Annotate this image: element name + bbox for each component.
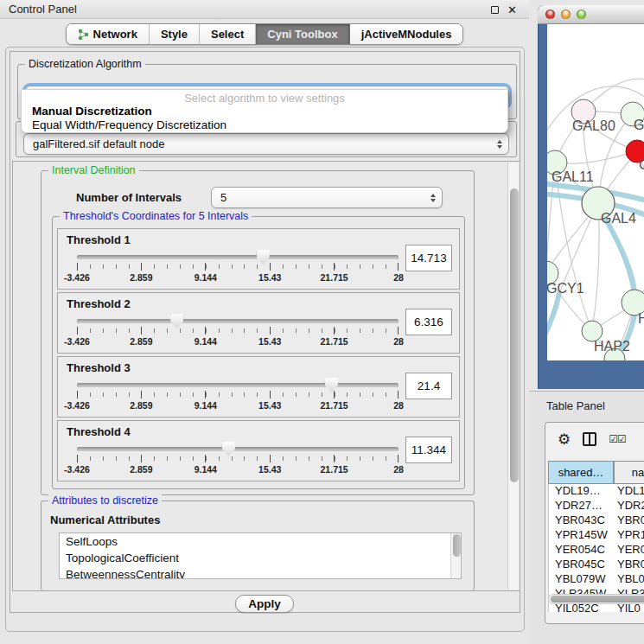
dropdown-item-equal-width-frequency[interactable]: Equal Width/Frequency Discretization [22, 118, 507, 132]
table-row[interactable]: YBL079WYBL0 [549, 572, 644, 587]
table-data-combobox[interactable]: galFiltered.sif default node [23, 133, 509, 155]
tab-label: Style [161, 28, 188, 41]
screen: Control Panel ✕ Network Style Sel [0, 0, 644, 644]
tab-label: jActiveMNodules [361, 28, 452, 41]
group-title: Attributes to discretize [48, 494, 162, 507]
node-label-ga: GA [634, 118, 644, 132]
network-window-titlebar [538, 5, 644, 24]
list-item-topologicalcoefficient[interactable]: TopologicalCoefficient [60, 550, 461, 566]
cyni-toolbox-panel: Discretization Algorithm Select algorith… [5, 47, 525, 632]
slider-track[interactable] [77, 255, 399, 259]
tab-style[interactable]: Style [150, 24, 200, 44]
threshold-4-slider[interactable]: -3.4262.8599.14415.4321.71528 [77, 443, 399, 480]
combo-spinner-icon [497, 140, 502, 149]
slider-track[interactable] [77, 447, 399, 451]
table-panel-box: ⚙ ☑☑ shared… name YDL19…YDL1 YDR27…YDR2 … [545, 422, 644, 624]
slider-ticks [77, 391, 399, 399]
discretize-tab-content: Discretization Algorithm Select algorith… [10, 51, 520, 613]
gear-icon[interactable]: ⚙ [558, 432, 571, 447]
node-label-h: H [638, 311, 644, 326]
close-traffic-light-icon[interactable] [545, 10, 555, 19]
settings-vertical-scrollbar[interactable] [507, 163, 519, 590]
numerical-attributes-list[interactable]: SelfLoops TopologicalCoefficient Between… [59, 532, 462, 579]
table-header: shared… name [548, 461, 644, 484]
group-title: Threshold's Coordinates for 5 Intervals [60, 210, 252, 222]
combo-spinner-icon [430, 194, 436, 202]
apply-button[interactable]: Apply [235, 595, 294, 613]
tab-jactivemnodules[interactable]: jActiveMNodules [350, 24, 463, 44]
number-of-intervals-combobox[interactable]: 5 [211, 187, 443, 208]
list-scrollbar[interactable] [450, 533, 461, 578]
minimize-traffic-light-icon[interactable] [561, 10, 571, 19]
control-panel-window: Control Panel ✕ Network Style Sel [0, 0, 529, 644]
threshold-row-3: Threshold 3 -3.4262.8599.14415.4321.7152… [57, 356, 460, 418]
control-panel-titlebar: Control Panel ✕ [0, 0, 529, 19]
table-row[interactable]: YDR27…YDR2 [549, 499, 644, 513]
slider-track[interactable] [77, 319, 399, 323]
network-canvas[interactable]: GAL80 GA C GAL11 GAL4 GCY1 H HAP2 [547, 24, 644, 360]
tab-network[interactable]: Network [67, 24, 150, 44]
node-label-gal4: GAL4 [601, 211, 636, 226]
slider-ticks [77, 327, 399, 335]
table-row[interactable]: YER054CYER0 [549, 543, 644, 558]
float-window-icon[interactable] [491, 6, 499, 14]
tab-label: Cyni Toolbox [267, 28, 337, 41]
threshold-label: Threshold 2 [67, 297, 131, 310]
slider-ticks [77, 263, 399, 271]
table-data-value: galFiltered.sif default node [33, 137, 164, 150]
threshold-1-slider[interactable]: -3.4262.8599.14415.4321.71528 [77, 252, 399, 288]
slider-tick-labels: -3.4262.8599.14415.4321.71528 [77, 464, 399, 475]
table-row[interactable]: YBR043CYBR0 [549, 513, 644, 528]
top-tab-bar: Network Style Select Cyni Toolbox jActiv… [0, 23, 529, 45]
threshold-2-slider[interactable]: -3.4262.8599.14415.4321.71528 [77, 316, 399, 352]
network-graph: GAL80 GA C GAL11 GAL4 GCY1 H HAP2 [547, 24, 644, 360]
threshold-3-slider[interactable]: -3.4262.8599.14415.4321.71528 [77, 379, 399, 416]
settings-scrollpane: Interval Definition Number of Intervals … [12, 161, 520, 591]
panel-title: Control Panel [9, 3, 77, 16]
interval-definition-group: Interval Definition Number of Intervals … [41, 170, 475, 495]
group-title: Interval Definition [48, 164, 139, 176]
threshold-4-value-field[interactable]: 11.344 [405, 437, 452, 463]
scrollbar-thumb[interactable] [551, 596, 644, 603]
slider-ticks [77, 455, 399, 462]
table-panel: Table Panel ⚙ ☑☑ shared… name YDL19…YDL1… [529, 391, 644, 644]
checkbox-columns-icon[interactable]: ☑☑ [609, 433, 626, 445]
node-label-hap2: HAP2 [594, 339, 630, 354]
tab-label: Network [93, 28, 137, 41]
node-table: shared… name YDL19…YDL1 YDR27…YDR2 YBR04… [548, 461, 644, 612]
threshold-1-value-field[interactable]: 14.713 [405, 245, 452, 271]
column-header-name[interactable]: name [614, 461, 644, 484]
list-item-betweennesscentrality[interactable]: BetweennessCentrality [60, 566, 461, 579]
table-horizontal-scrollbar[interactable] [548, 594, 644, 604]
node-label-c: C [639, 157, 644, 172]
node-label-gal11: GAL11 [552, 169, 594, 184]
threshold-3-value-field[interactable]: 21.4 [405, 373, 452, 399]
discretization-algorithm-group: Discretization Algorithm Select algorith… [17, 64, 517, 119]
tab-select[interactable]: Select [200, 24, 256, 44]
column-header-shared-name[interactable]: shared… [548, 461, 614, 484]
tab-cyni-toolbox[interactable]: Cyni Toolbox [256, 24, 349, 44]
table-row[interactable]: YBR045CYBR0 [549, 558, 644, 572]
threshold-row-2: Threshold 2 -3.4262.8599.14415.4321.7152… [57, 292, 460, 354]
table-row[interactable]: YPR145WYPR1 [549, 528, 644, 543]
network-view-window[interactable]: GAL80 GA C GAL11 GAL4 GCY1 H HAP2 [538, 5, 644, 389]
split-view-icon[interactable] [583, 432, 596, 446]
table-toolbar: ⚙ ☑☑ [545, 423, 644, 456]
threshold-row-1: Threshold 1 -3.4262.8599.14415.4321.7152… [57, 228, 460, 290]
list-item-selfloops[interactable]: SelfLoops [60, 533, 461, 550]
group-title: Discretization Algorithm [25, 58, 145, 70]
tab-label: Select [211, 28, 244, 41]
algorithm-hint: Select algorithm to view settings [22, 92, 507, 105]
threshold-2-value-field[interactable]: 6.316 [405, 309, 452, 335]
close-icon[interactable]: ✕ [507, 4, 517, 16]
network-tab-icon [78, 29, 89, 40]
dropdown-item-manual-discretization[interactable]: Manual Discretization [22, 105, 507, 118]
table-row[interactable]: YDL19…YDL1 [549, 484, 644, 499]
zoom-traffic-light-icon[interactable] [577, 10, 586, 19]
slider-track[interactable] [77, 383, 399, 387]
thresholds-group: Threshold's Coordinates for 5 Intervals … [52, 216, 465, 489]
scrollbar-thumb[interactable] [510, 188, 519, 482]
threshold-label: Threshold 3 [67, 361, 131, 374]
node-label-gcy1: GCY1 [547, 281, 584, 296]
scrollbar-thumb[interactable] [453, 534, 461, 557]
